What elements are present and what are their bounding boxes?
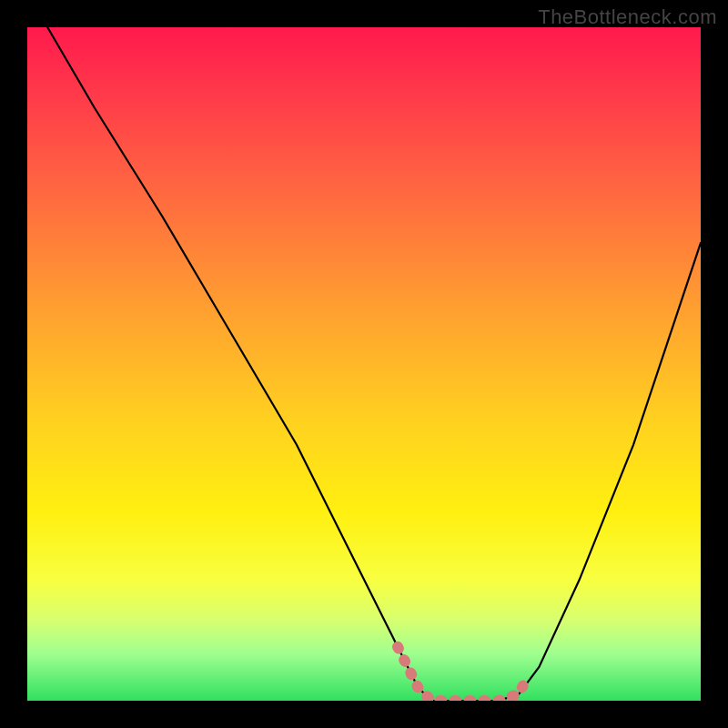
watermark-text: TheBottleneck.com bbox=[538, 5, 717, 29]
chart-frame bbox=[27, 27, 701, 701]
optimal-band-path bbox=[398, 647, 526, 701]
bottleneck-curve-path bbox=[47, 27, 701, 701]
chart-svg bbox=[27, 27, 701, 701]
plot-area bbox=[27, 27, 701, 701]
